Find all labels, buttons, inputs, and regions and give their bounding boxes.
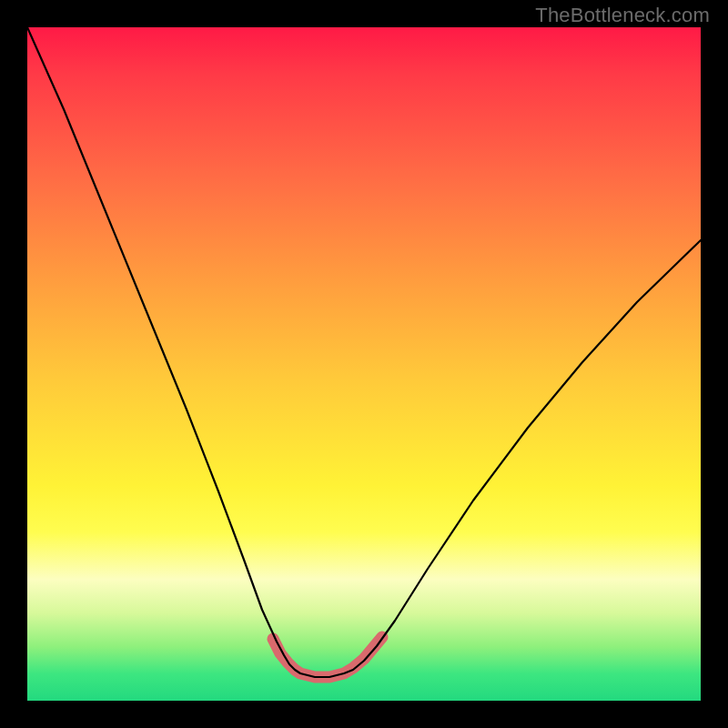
plot-gradient-area [27, 27, 701, 701]
bottleneck-curve [27, 27, 701, 677]
chart-frame: TheBottleneck.com [0, 0, 728, 728]
curve-svg [27, 27, 701, 701]
optimal-zone-highlight [273, 637, 382, 677]
watermark-text: TheBottleneck.com [535, 4, 710, 27]
